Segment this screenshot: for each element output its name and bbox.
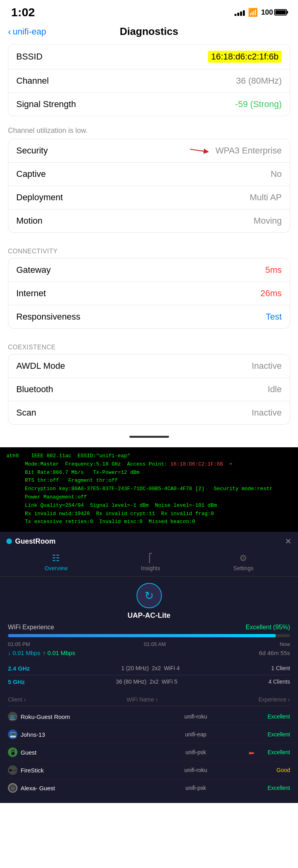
ap-name: UAP-AC-Lite — [128, 611, 171, 620]
channel-row: Channel 36 (80MHz) — [8, 69, 290, 93]
responsiveness-label: Responsiveness — [16, 312, 80, 322]
motion-value: Moving — [254, 216, 282, 226]
unifi-panel: GuestRoom ✕ ☷ Overview ⎡ Insights ⚙ Sett… — [0, 532, 298, 803]
client-name-alexa: Alexa- Guest — [21, 785, 55, 791]
nav-bar: ‹ unifi-eap Diagnostics — [0, 22, 298, 44]
time-mid: 01:05 AM — [144, 641, 166, 647]
freq-5ghz-row: 5 GHz 36 (80 MHz) 2x2 WiFi 5 4 Clients — [8, 675, 290, 688]
coexistence-header: COEXISTENCE — [0, 336, 298, 354]
motion-row: Motion Moving — [8, 209, 290, 232]
deployment-row: Deployment Multi AP — [8, 186, 290, 209]
terminal-output: ath9 IEEE 802.11ac ESSID:"unifi-eap" Mod… — [6, 452, 292, 526]
deployment-label: Deployment — [16, 192, 63, 203]
battery-indicator: 100 — [261, 8, 287, 17]
freq-2ghz-channel: 1 (20 MHz) 2x2 WiFi 4 — [121, 665, 180, 672]
captive-row: Captive No — [8, 163, 290, 186]
internet-value: 26ms — [260, 288, 282, 299]
status-bar: 1:02 📶 100 — [0, 0, 298, 22]
scan-row: Scan Inactive — [8, 401, 290, 424]
awdl-label: AWDL Mode — [16, 361, 65, 371]
client-icon-roku: 📺 — [8, 712, 17, 721]
time-start: 01:05 PM — [8, 641, 30, 647]
security-value: WPA3 Enterprise — [215, 146, 282, 156]
wifi-name-col-header[interactable]: WiFi Name ↕ — [127, 696, 158, 703]
freq-5ghz-clients: 4 Clients — [269, 678, 290, 685]
unifi-panel-title: GuestRoom — [15, 537, 56, 546]
freq-5ghz-band: 5 GHz — [8, 678, 25, 685]
client-icon-firestick: ►─ — [8, 765, 17, 775]
wifi-experience-row: WiFi Experience Excellent (95%) — [8, 624, 290, 631]
ap-info: ↻ UAP-AC-Lite — [8, 583, 290, 620]
internet-label: Internet — [16, 288, 46, 299]
client-name-cell-johns: 💻 Johns-13 — [8, 730, 133, 739]
battery-label: 100 — [261, 8, 273, 17]
signal-strength-row: Signal Strength -59 (Strong) — [8, 93, 290, 116]
client-icon-guest: 📱 — [8, 747, 17, 757]
experience-col-header[interactable]: Experience ↕ — [258, 696, 290, 703]
time-end: Now — [280, 641, 290, 647]
signal-strength-label: Signal Strength — [16, 99, 76, 109]
client-name-cell-firestick: ►─ FireStick — [8, 765, 133, 775]
client-wifi-roku: unifi-roku — [133, 713, 259, 720]
settings-icon: ⚙ — [239, 553, 247, 563]
insights-icon: ⎡ — [148, 553, 153, 563]
client-exp-roku: Excellent — [258, 713, 290, 720]
client-exp-firestick: Good — [258, 767, 290, 773]
unifi-panel-header: GuestRoom ✕ — [0, 532, 298, 550]
status-time: 1:02 — [11, 6, 35, 19]
client-wifi-alexa: unifi-psk — [133, 785, 259, 791]
client-name-cell-alexa: ◯ Alexa- Guest — [8, 783, 133, 793]
signal-strength-value: -59 (Strong) — [235, 99, 282, 109]
page-title: Diagnostics — [79, 25, 220, 38]
tab-insights[interactable]: ⎡ Insights — [141, 553, 160, 571]
internet-row: Internet 26ms — [8, 282, 290, 305]
tab-insights-label: Insights — [141, 565, 160, 571]
diagnostics-card: BSSID 16:18:d6:c2:1f:6b Channel 36 (80MH… — [8, 44, 290, 116]
freq-2ghz-band: 2.4 GHz — [8, 665, 30, 672]
client-row-guest[interactable]: 📱 Guest unifi-psk ⬅ Excellent — [8, 743, 290, 761]
red-arrow-guest-icon: ⬅ — [248, 749, 254, 757]
close-button[interactable]: ✕ — [285, 537, 292, 546]
home-indicator — [129, 436, 169, 438]
scan-label: Scan — [16, 408, 36, 418]
unifi-body: ↻ UAP-AC-Lite WiFi Experience Excellent … — [0, 577, 298, 803]
client-icon-johns: 💻 — [8, 730, 17, 739]
client-row-alexa[interactable]: ◯ Alexa- Guest unifi-psk Excellent — [8, 779, 290, 797]
experience-progress-fill — [8, 634, 276, 637]
scan-value: Inactive — [252, 408, 282, 418]
captive-label: Captive — [16, 169, 46, 179]
motion-label: Motion — [16, 216, 42, 226]
back-button[interactable]: ‹ unifi-eap — [8, 26, 79, 37]
freq-2ghz-row: 2.4 GHz 1 (20 MHz) 2x2 WiFi 4 1 Client — [8, 662, 290, 675]
session-duration: 6d 46m 55s — [259, 650, 290, 656]
security-row: Security WPA3 Enterprise — [8, 139, 290, 163]
client-wifi-guest: unifi-psk — [133, 749, 259, 755]
channel-label: Channel — [16, 76, 49, 86]
ap-icon: ↻ — [137, 583, 162, 608]
speed-row: ↓ 0.01 Mbps ↑ 0.01 Mbps 6d 46m 55s — [8, 650, 290, 656]
time-labels: 01:05 PM 01:05 AM Now — [8, 641, 290, 647]
responsiveness-value[interactable]: Test — [266, 312, 282, 322]
client-exp-alexa: Excellent — [258, 785, 290, 791]
client-exp-guest: Excellent — [267, 749, 290, 755]
client-row-johns[interactable]: 💻 Johns-13 unifi-eap Excellent — [8, 726, 290, 743]
tab-overview[interactable]: ☷ Overview — [44, 553, 67, 571]
client-name-firestick: FireStick — [21, 767, 44, 774]
tab-settings[interactable]: ⚙ Settings — [233, 553, 254, 571]
bssid-value: 16:18:d6:c2:1f:6b — [208, 51, 282, 63]
battery-icon — [274, 9, 287, 15]
svg-line-1 — [190, 149, 206, 151]
wifi-experience-label: WiFi Experience — [8, 624, 54, 631]
coexistence-card: AWDL Mode Inactive Bluetooth Idle Scan I… — [8, 354, 290, 425]
client-row-firestick[interactable]: ►─ FireStick unifi-roku Good — [8, 761, 290, 779]
security-label: Security — [16, 146, 48, 156]
tab-settings-label: Settings — [233, 565, 254, 571]
status-icons: 📶 100 — [235, 8, 287, 17]
clients-table-header: Client ↕ WiFi Name ↕ Experience ↕ — [8, 693, 290, 706]
client-col-header[interactable]: Client ↕ — [8, 696, 26, 703]
connectivity-header: CONNECTIVITY — [0, 240, 298, 258]
awdl-row: AWDL Mode Inactive — [8, 354, 290, 378]
overview-icon: ☷ — [52, 553, 60, 563]
client-row-roku[interactable]: 📺 Roku-Guest Room unifi-roku Excellent — [8, 708, 290, 726]
client-name-roku: Roku-Guest Room — [21, 713, 70, 720]
